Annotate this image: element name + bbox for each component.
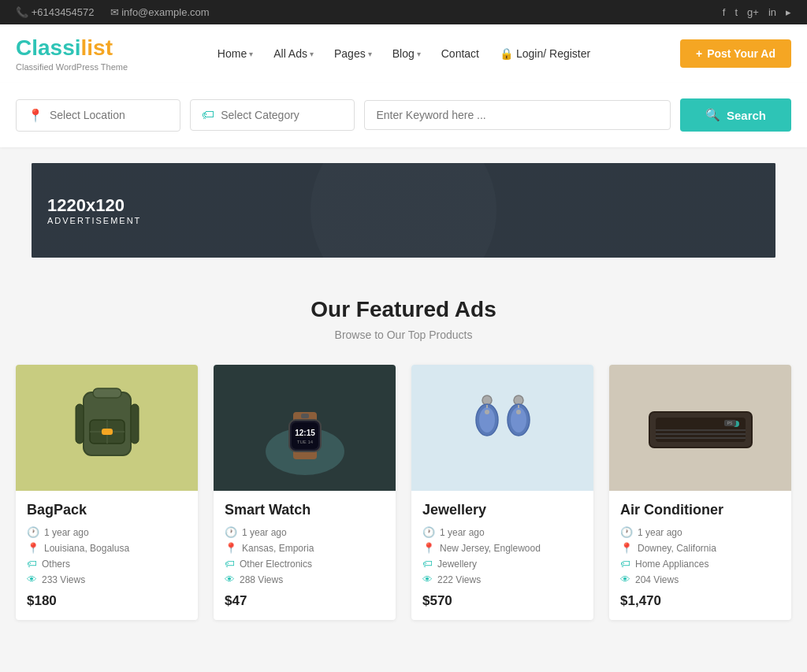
nav-pages[interactable]: Pages ▾ xyxy=(326,43,380,65)
search-icon: 🔍 xyxy=(705,108,720,122)
svg-point-15 xyxy=(482,395,492,405)
email-icon: ✉ xyxy=(110,6,119,18)
svg-rect-14 xyxy=(301,414,309,418)
location-input-wrap: 📍 xyxy=(16,99,180,132)
twitter-link[interactable]: t xyxy=(734,6,738,18)
nav-home[interactable]: Home ▾ xyxy=(210,43,261,65)
clock-icon: 🕐 xyxy=(422,526,435,538)
logo[interactable]: Classilist Classified WordPress Theme xyxy=(16,35,128,72)
search-bar: 📍 🏷 🔍 Search xyxy=(0,83,807,147)
location-icon: 📍 xyxy=(422,542,435,554)
card-title-smartwatch: Smart Watch xyxy=(225,502,385,518)
svg-rect-7 xyxy=(131,404,139,444)
card-title-jewellery: Jewellery xyxy=(422,502,582,518)
card-image-smartwatch: 12:15 TUE 14 xyxy=(214,365,396,491)
card-meta-smartwatch: 🕐 1 year ago 📍 Kansas, Emporia 🏷 Other E… xyxy=(225,526,385,585)
social-links: f t g+ in ▸ xyxy=(723,6,791,18)
svg-text:TUE 14: TUE 14 xyxy=(296,440,313,444)
linkedin-link[interactable]: in xyxy=(768,6,776,18)
keyword-input-wrap xyxy=(364,100,670,130)
logo-list: list xyxy=(81,35,113,60)
featured-ads-section: Our Featured Ads Browse to Our Top Produ… xyxy=(0,258,807,644)
email-link[interactable]: ✉ info@example.com xyxy=(110,6,210,18)
top-bar: 📞 +6143454572 ✉ info@example.com f t g+ … xyxy=(0,0,807,24)
chevron-down-icon: ▾ xyxy=(249,50,253,58)
svg-rect-6 xyxy=(76,404,84,444)
plus-icon: + xyxy=(696,47,702,60)
card-views-airconditioner: 👁 204 Views xyxy=(620,574,780,585)
nav-contact[interactable]: Contact xyxy=(433,43,487,65)
eye-icon: 👁 xyxy=(225,574,235,585)
card-jewellery[interactable]: Jewellery 🕐 1 year ago 📍 New Jersey, Eng… xyxy=(411,365,593,620)
nav-all-ads[interactable]: All Ads ▾ xyxy=(266,43,322,65)
svg-text:PS: PS xyxy=(727,421,732,425)
card-location-smartwatch: 📍 Kansas, Emporia xyxy=(225,542,385,554)
svg-point-21 xyxy=(485,410,489,414)
svg-rect-1 xyxy=(93,388,121,398)
eye-icon: 👁 xyxy=(27,574,37,585)
featured-subtitle: Browse to Our Top Products xyxy=(16,329,791,341)
chevron-down-icon: ▾ xyxy=(368,50,372,58)
card-time-jewellery: 🕐 1 year ago xyxy=(422,526,582,538)
logo-rest: lassi xyxy=(32,35,80,60)
featured-title: Our Featured Ads xyxy=(16,297,791,322)
google-plus-link[interactable]: g+ xyxy=(747,6,759,18)
search-button[interactable]: 🔍 Search xyxy=(680,98,791,132)
cards-grid: BagPack 🕐 1 year ago 📍 Louisiana, Bogalu… xyxy=(16,365,791,620)
post-ad-button[interactable]: + Post Your Ad xyxy=(680,39,791,68)
tag-icon: 🏷 xyxy=(225,558,235,570)
location-icon: 📍 xyxy=(620,542,633,554)
login-register-link[interactable]: 🔒 Login/ Register xyxy=(492,43,598,65)
card-image-jewellery xyxy=(411,365,593,491)
top-bar-left: 📞 +6143454572 ✉ info@example.com xyxy=(16,6,210,18)
header: Classilist Classified WordPress Theme Ho… xyxy=(0,24,807,83)
chevron-down-icon: ▾ xyxy=(310,50,314,58)
clock-icon: 🕐 xyxy=(225,526,237,538)
category-input-wrap: 🏷 xyxy=(190,99,355,131)
card-image-airconditioner: PS xyxy=(609,365,791,491)
card-meta-jewellery: 🕐 1 year ago 📍 New Jersey, Englewood 🏷 J… xyxy=(422,526,582,585)
card-bagpack[interactable]: BagPack 🕐 1 year ago 📍 Louisiana, Bogalu… xyxy=(16,365,198,620)
svg-point-22 xyxy=(516,410,521,414)
clock-icon: 🕐 xyxy=(27,526,39,538)
card-airconditioner[interactable]: PS Air Conditioner 🕐 1 year ago 📍 Downey… xyxy=(609,365,791,620)
card-smartwatch[interactable]: 12:15 TUE 14 Smart Watch 🕐 1 year ago 📍 … xyxy=(214,365,396,620)
facebook-link[interactable]: f xyxy=(723,6,726,18)
keyword-input[interactable] xyxy=(376,109,658,121)
svg-point-18 xyxy=(514,395,523,405)
location-icon: 📍 xyxy=(27,542,39,554)
location-input[interactable] xyxy=(50,109,169,121)
card-title-bagpack: BagPack xyxy=(27,502,187,518)
category-input[interactable] xyxy=(221,109,343,121)
phone-link[interactable]: 📞 +6143454572 xyxy=(16,6,95,18)
tag-icon: 🏷 xyxy=(422,558,433,570)
rss-link[interactable]: ▸ xyxy=(786,6,791,18)
card-category-jewellery: 🏷 Jewellery xyxy=(422,558,582,570)
card-body-jewellery: Jewellery 🕐 1 year ago 📍 New Jersey, Eng… xyxy=(411,491,593,620)
lock-icon: 🔒 xyxy=(500,47,513,60)
card-body-airconditioner: Air Conditioner 🕐 1 year ago 📍 Downey, C… xyxy=(609,491,791,620)
location-icon: 📍 xyxy=(28,108,43,123)
eye-icon: 👁 xyxy=(620,574,630,585)
card-location-airconditioner: 📍 Downey, California xyxy=(620,542,780,554)
logo-c: C xyxy=(16,35,32,60)
nav-blog[interactable]: Blog ▾ xyxy=(385,43,429,65)
svg-rect-5 xyxy=(102,429,113,435)
tag-icon: 🏷 xyxy=(620,558,630,570)
banner-text: 1220x120 ADVERTISEMENT xyxy=(47,195,141,225)
featured-header: Our Featured Ads Browse to Our Top Produ… xyxy=(16,297,791,341)
card-views-smartwatch: 👁 288 Views xyxy=(225,574,385,585)
phone-icon: 📞 xyxy=(16,6,28,18)
tag-icon: 🏷 xyxy=(27,558,37,570)
card-time-airconditioner: 🕐 1 year ago xyxy=(620,526,780,538)
main-nav: Home ▾ All Ads ▾ Pages ▾ Blog ▾ Contact … xyxy=(210,43,598,65)
location-icon: 📍 xyxy=(225,542,237,554)
card-category-airconditioner: 🏷 Home Appliances xyxy=(620,558,780,570)
card-price-airconditioner: $1,470 xyxy=(620,593,780,609)
logo-subtitle: Classified WordPress Theme xyxy=(16,62,128,72)
card-views-jewellery: 👁 222 Views xyxy=(422,574,582,585)
card-body-smartwatch: Smart Watch 🕐 1 year ago 📍 Kansas, Empor… xyxy=(214,491,396,620)
card-category-bagpack: 🏷 Others xyxy=(27,558,187,570)
card-time-bagpack: 🕐 1 year ago xyxy=(27,526,187,538)
card-image-bagpack xyxy=(16,365,198,491)
